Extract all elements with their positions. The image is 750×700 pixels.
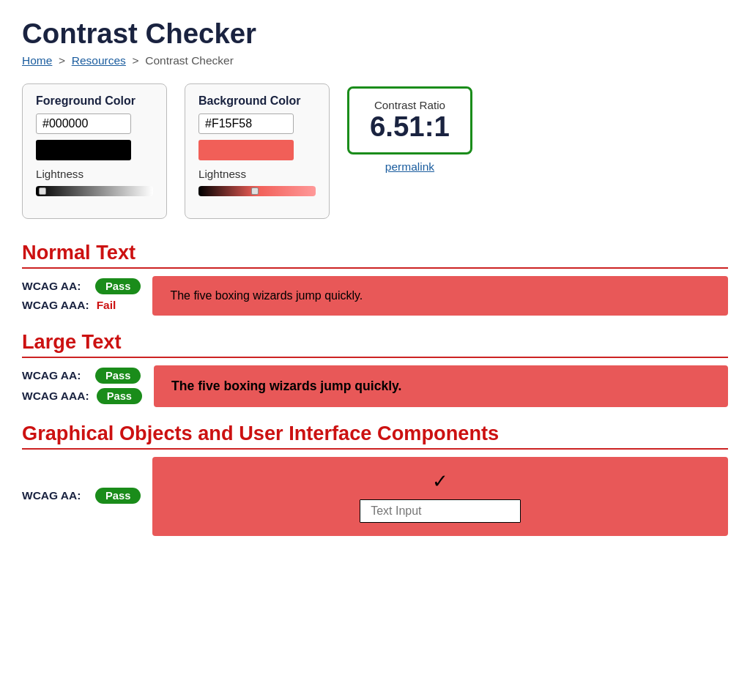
large-text-preview: The five boxing wizards jump quickly.	[154, 365, 728, 407]
text-input-demo[interactable]	[360, 499, 521, 523]
large-text-aaa-badge: Pass	[97, 388, 142, 404]
large-text-section: Large Text WCAG AA: Pass WCAG AAA: Pass …	[22, 330, 728, 407]
graphical-aa-label: WCAG AA:	[22, 489, 88, 502]
large-text-aa-label: WCAG AA:	[22, 369, 88, 382]
contrast-ratio-box: Contrast Ratio 6.51:1	[347, 86, 472, 154]
foreground-lightness-slider[interactable]	[36, 186, 153, 208]
foreground-swatch	[36, 140, 131, 160]
color-pickers-row: Foreground Color Lightness Background Co…	[22, 83, 728, 219]
normal-text-preview: The five boxing wizards jump quickly.	[152, 276, 728, 316]
background-input[interactable]	[198, 113, 294, 134]
normal-text-wcag-checks: WCAG AA: Pass WCAG AAA: Fail	[22, 278, 141, 313]
large-text-aa-row: WCAG AA: Pass	[22, 368, 142, 384]
normal-text-aaa-label: WCAG AAA:	[22, 299, 89, 312]
breadcrumb-current: Contrast Checker	[145, 54, 234, 67]
normal-text-divider	[22, 267, 728, 269]
graphical-section: Graphical Objects and User Interface Com…	[22, 422, 728, 536]
graphical-preview: ✓	[152, 457, 728, 536]
normal-text-aaa-row: WCAG AAA: Fail	[22, 299, 141, 312]
breadcrumb-resources[interactable]: Resources	[72, 54, 126, 67]
graphical-content: WCAG AA: Pass ✓	[22, 457, 728, 536]
breadcrumb-home[interactable]: Home	[22, 54, 52, 67]
normal-text-content: WCAG AA: Pass WCAG AAA: Fail The five bo…	[22, 276, 728, 316]
large-text-divider	[22, 357, 728, 358]
foreground-label: Foreground Color	[36, 94, 153, 108]
graphical-title: Graphical Objects and User Interface Com…	[22, 422, 728, 448]
normal-text-section: Normal Text WCAG AA: Pass WCAG AAA: Fail…	[22, 241, 728, 316]
normal-text-aa-row: WCAG AA: Pass	[22, 278, 141, 294]
large-text-title: Large Text	[22, 330, 728, 357]
contrast-ratio-section: Contrast Ratio 6.51:1 permalink	[347, 83, 472, 174]
permalink-link[interactable]: permalink	[385, 160, 434, 174]
normal-text-aaa-badge: Fail	[97, 299, 116, 312]
foreground-input[interactable]	[36, 113, 131, 134]
large-text-content: WCAG AA: Pass WCAG AAA: Pass The five bo…	[22, 365, 728, 407]
normal-text-title: Normal Text	[22, 241, 728, 267]
large-text-preview-text: The five boxing wizards jump quickly.	[171, 379, 401, 393]
graphical-aa-badge: Pass	[95, 488, 141, 504]
normal-text-aa-label: WCAG AA:	[22, 280, 88, 293]
contrast-ratio-value: 6.51:1	[370, 111, 450, 142]
foreground-color-box: Foreground Color Lightness	[22, 83, 167, 219]
checkmark-icon: ✓	[432, 470, 448, 492]
breadcrumb: Home > Resources > Contrast Checker	[22, 54, 728, 67]
foreground-lightness-label: Lightness	[36, 168, 153, 180]
normal-text-preview-text: The five boxing wizards jump quickly.	[170, 289, 363, 302]
graphical-divider	[22, 448, 728, 450]
contrast-ratio-number: 6.51	[370, 111, 425, 142]
large-text-aaa-row: WCAG AAA: Pass	[22, 388, 142, 404]
background-color-box: Background Color Lightness	[185, 83, 330, 219]
large-text-aaa-label: WCAG AAA:	[22, 390, 89, 403]
contrast-ratio-label: Contrast Ratio	[370, 99, 450, 111]
background-lightness-label: Lightness	[198, 168, 316, 180]
large-text-wcag-checks: WCAG AA: Pass WCAG AAA: Pass	[22, 368, 142, 406]
normal-text-aa-badge: Pass	[95, 278, 141, 294]
contrast-ratio-suffix: :1	[425, 111, 450, 142]
background-lightness-slider[interactable]	[198, 186, 316, 208]
page-title: Contrast Checker	[22, 18, 728, 50]
graphical-aa-row: WCAG AA: Pass	[22, 488, 141, 504]
background-label: Background Color	[198, 94, 316, 108]
background-swatch	[198, 140, 294, 160]
graphical-wcag-checks: WCAG AA: Pass	[22, 488, 141, 505]
large-text-aa-badge: Pass	[95, 368, 141, 384]
